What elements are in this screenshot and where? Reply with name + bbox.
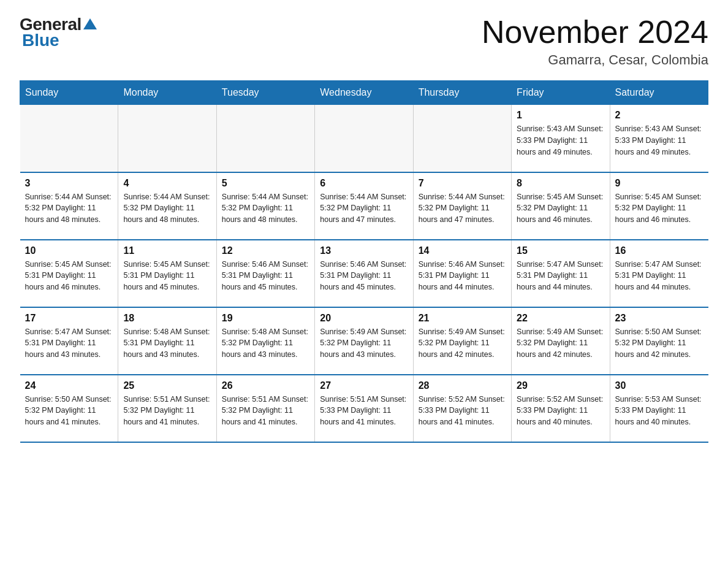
day-info: Sunrise: 5:44 AM Sunset: 5:32 PM Dayligh… xyxy=(123,191,211,226)
table-row: 17Sunrise: 5:47 AM Sunset: 5:31 PM Dayli… xyxy=(20,307,118,375)
day-number: 21 xyxy=(419,313,506,324)
day-number: 17 xyxy=(25,313,113,324)
table-row: 30Sunrise: 5:53 AM Sunset: 5:33 PM Dayli… xyxy=(610,375,708,442)
col-monday: Monday xyxy=(118,81,216,105)
month-title: November 2024 xyxy=(482,15,708,50)
table-row: 15Sunrise: 5:47 AM Sunset: 5:31 PM Dayli… xyxy=(512,240,610,307)
table-row: 2Sunrise: 5:43 AM Sunset: 5:33 PM Daylig… xyxy=(610,105,708,172)
day-info: Sunrise: 5:45 AM Sunset: 5:32 PM Dayligh… xyxy=(615,191,703,226)
table-row: 21Sunrise: 5:49 AM Sunset: 5:32 PM Dayli… xyxy=(413,307,511,375)
day-number: 12 xyxy=(222,245,309,256)
logo-blue-text: Blue xyxy=(22,31,59,50)
table-row xyxy=(216,105,314,172)
day-number: 5 xyxy=(222,178,309,189)
table-row: 24Sunrise: 5:50 AM Sunset: 5:32 PM Dayli… xyxy=(20,375,118,442)
day-number: 20 xyxy=(320,313,408,324)
day-number: 2 xyxy=(615,110,703,121)
table-row xyxy=(315,105,413,172)
day-info: Sunrise: 5:49 AM Sunset: 5:32 PM Dayligh… xyxy=(320,326,408,361)
day-info: Sunrise: 5:50 AM Sunset: 5:32 PM Dayligh… xyxy=(25,394,113,428)
col-wednesday: Wednesday xyxy=(315,81,413,105)
logo: General Blue xyxy=(20,15,97,50)
table-row: 28Sunrise: 5:52 AM Sunset: 5:33 PM Dayli… xyxy=(413,375,511,442)
day-number: 4 xyxy=(123,178,211,189)
svg-marker-0 xyxy=(83,18,97,29)
day-number: 24 xyxy=(25,380,113,391)
table-row: 5Sunrise: 5:44 AM Sunset: 5:32 PM Daylig… xyxy=(216,172,314,240)
day-info: Sunrise: 5:46 AM Sunset: 5:31 PM Dayligh… xyxy=(419,259,506,293)
day-info: Sunrise: 5:44 AM Sunset: 5:32 PM Dayligh… xyxy=(25,191,113,226)
table-row: 26Sunrise: 5:51 AM Sunset: 5:32 PM Dayli… xyxy=(216,375,314,442)
day-number: 23 xyxy=(615,313,703,324)
table-row: 25Sunrise: 5:51 AM Sunset: 5:32 PM Dayli… xyxy=(118,375,216,442)
day-info: Sunrise: 5:53 AM Sunset: 5:33 PM Dayligh… xyxy=(615,394,703,428)
day-info: Sunrise: 5:45 AM Sunset: 5:32 PM Dayligh… xyxy=(517,191,604,226)
calendar-week-row: 1Sunrise: 5:43 AM Sunset: 5:33 PM Daylig… xyxy=(20,105,708,172)
day-number: 22 xyxy=(517,313,604,324)
day-info: Sunrise: 5:49 AM Sunset: 5:32 PM Dayligh… xyxy=(419,326,506,361)
day-number: 9 xyxy=(615,178,703,189)
day-number: 3 xyxy=(25,178,113,189)
day-number: 8 xyxy=(517,178,604,189)
day-number: 27 xyxy=(320,380,408,391)
day-info: Sunrise: 5:46 AM Sunset: 5:31 PM Dayligh… xyxy=(222,259,309,293)
table-row: 7Sunrise: 5:44 AM Sunset: 5:32 PM Daylig… xyxy=(413,172,511,240)
day-number: 25 xyxy=(123,380,211,391)
table-row: 19Sunrise: 5:48 AM Sunset: 5:32 PM Dayli… xyxy=(216,307,314,375)
day-info: Sunrise: 5:52 AM Sunset: 5:33 PM Dayligh… xyxy=(419,394,506,428)
table-row: 16Sunrise: 5:47 AM Sunset: 5:31 PM Dayli… xyxy=(610,240,708,307)
calendar-week-row: 24Sunrise: 5:50 AM Sunset: 5:32 PM Dayli… xyxy=(20,375,708,442)
day-info: Sunrise: 5:45 AM Sunset: 5:31 PM Dayligh… xyxy=(123,259,211,293)
table-row: 9Sunrise: 5:45 AM Sunset: 5:32 PM Daylig… xyxy=(610,172,708,240)
table-row: 10Sunrise: 5:45 AM Sunset: 5:31 PM Dayli… xyxy=(20,240,118,307)
table-row xyxy=(413,105,511,172)
day-info: Sunrise: 5:47 AM Sunset: 5:31 PM Dayligh… xyxy=(615,259,703,293)
day-info: Sunrise: 5:44 AM Sunset: 5:32 PM Dayligh… xyxy=(419,191,506,226)
day-number: 14 xyxy=(419,245,506,256)
day-number: 1 xyxy=(517,110,604,121)
day-info: Sunrise: 5:50 AM Sunset: 5:32 PM Dayligh… xyxy=(615,326,703,361)
table-row: 6Sunrise: 5:44 AM Sunset: 5:32 PM Daylig… xyxy=(315,172,413,240)
calendar-table: Sunday Monday Tuesday Wednesday Thursday… xyxy=(20,80,708,443)
day-info: Sunrise: 5:44 AM Sunset: 5:32 PM Dayligh… xyxy=(222,191,309,226)
day-info: Sunrise: 5:44 AM Sunset: 5:32 PM Dayligh… xyxy=(320,191,408,226)
table-row: 23Sunrise: 5:50 AM Sunset: 5:32 PM Dayli… xyxy=(610,307,708,375)
day-number: 7 xyxy=(419,178,506,189)
day-number: 18 xyxy=(123,313,211,324)
table-row: 3Sunrise: 5:44 AM Sunset: 5:32 PM Daylig… xyxy=(20,172,118,240)
table-row: 27Sunrise: 5:51 AM Sunset: 5:33 PM Dayli… xyxy=(315,375,413,442)
logo-triangle-icon xyxy=(83,17,97,31)
day-info: Sunrise: 5:51 AM Sunset: 5:32 PM Dayligh… xyxy=(222,394,309,428)
col-saturday: Saturday xyxy=(610,81,708,105)
table-row: 13Sunrise: 5:46 AM Sunset: 5:31 PM Dayli… xyxy=(315,240,413,307)
table-row xyxy=(20,105,118,172)
day-number: 30 xyxy=(615,380,703,391)
table-row: 1Sunrise: 5:43 AM Sunset: 5:33 PM Daylig… xyxy=(512,105,610,172)
day-number: 6 xyxy=(320,178,408,189)
col-thursday: Thursday xyxy=(413,81,511,105)
day-info: Sunrise: 5:45 AM Sunset: 5:31 PM Dayligh… xyxy=(25,259,113,293)
table-row xyxy=(118,105,216,172)
day-number: 15 xyxy=(517,245,604,256)
table-row: 11Sunrise: 5:45 AM Sunset: 5:31 PM Dayli… xyxy=(118,240,216,307)
col-sunday: Sunday xyxy=(20,81,118,105)
day-number: 16 xyxy=(615,245,703,256)
table-row: 29Sunrise: 5:52 AM Sunset: 5:33 PM Dayli… xyxy=(512,375,610,442)
table-row: 22Sunrise: 5:49 AM Sunset: 5:32 PM Dayli… xyxy=(512,307,610,375)
day-number: 28 xyxy=(419,380,506,391)
table-row: 14Sunrise: 5:46 AM Sunset: 5:31 PM Dayli… xyxy=(413,240,511,307)
day-number: 19 xyxy=(222,313,309,324)
day-info: Sunrise: 5:47 AM Sunset: 5:31 PM Dayligh… xyxy=(517,259,604,293)
page-header: General Blue November 2024 Gamarra, Cesa… xyxy=(20,15,708,68)
day-info: Sunrise: 5:48 AM Sunset: 5:31 PM Dayligh… xyxy=(123,326,211,361)
day-info: Sunrise: 5:51 AM Sunset: 5:32 PM Dayligh… xyxy=(123,394,211,428)
table-row: 12Sunrise: 5:46 AM Sunset: 5:31 PM Dayli… xyxy=(216,240,314,307)
table-row: 4Sunrise: 5:44 AM Sunset: 5:32 PM Daylig… xyxy=(118,172,216,240)
day-info: Sunrise: 5:47 AM Sunset: 5:31 PM Dayligh… xyxy=(25,326,113,361)
calendar-week-row: 10Sunrise: 5:45 AM Sunset: 5:31 PM Dayli… xyxy=(20,240,708,307)
location-text: Gamarra, Cesar, Colombia xyxy=(482,52,708,68)
day-number: 29 xyxy=(517,380,604,391)
calendar-header-row: Sunday Monday Tuesday Wednesday Thursday… xyxy=(20,81,708,105)
col-friday: Friday xyxy=(512,81,610,105)
title-section: November 2024 Gamarra, Cesar, Colombia xyxy=(482,15,708,68)
